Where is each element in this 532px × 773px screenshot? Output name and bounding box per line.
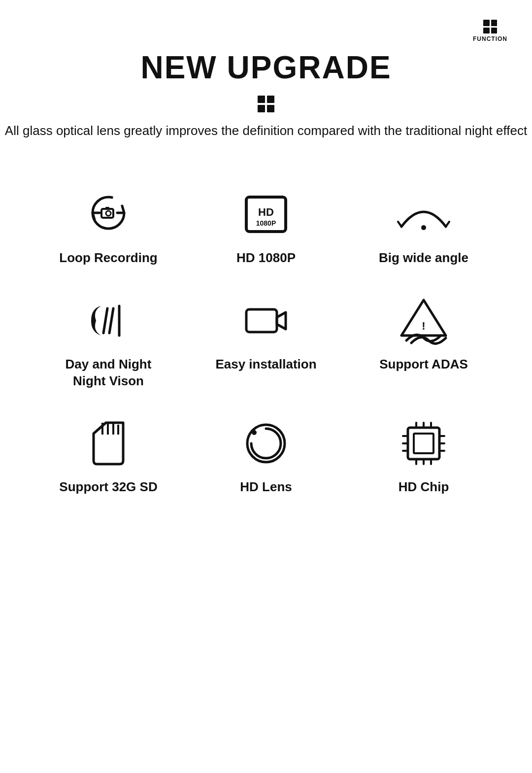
feature-sd-card: Support 32G SD	[30, 399, 187, 505]
feature-hd-lens: HD Lens	[187, 399, 345, 505]
svg-text:1080P: 1080P	[256, 219, 276, 227]
svg-text:HD: HD	[258, 206, 274, 218]
features-grid: Loop Recording HD 1080P HD 1080P Big	[0, 170, 532, 505]
page-title: NEW UPGRADE	[0, 49, 532, 86]
day-night-label: Day and Night Night Vison	[66, 356, 152, 390]
hd-icon: HD 1080P	[239, 190, 293, 239]
svg-point-2	[106, 211, 111, 216]
header-description: All glass optical lens greatly improves …	[0, 121, 532, 140]
svg-point-7	[421, 225, 426, 230]
svg-line-11	[109, 308, 113, 333]
svg-marker-14	[277, 312, 286, 329]
svg-rect-24	[414, 434, 433, 453]
day-night-icon	[81, 296, 135, 345]
wide-angle-icon	[397, 190, 451, 239]
wide-angle-label: Big wide angle	[379, 250, 468, 267]
hd-1080p-label: HD 1080P	[236, 250, 296, 267]
svg-text:!: !	[422, 320, 425, 332]
hd-chip-label: HD Chip	[399, 479, 449, 496]
svg-line-8	[398, 222, 401, 227]
feature-day-night: Day and Night Night Vison	[30, 276, 187, 400]
svg-rect-23	[408, 428, 439, 459]
easy-install-label: Easy installation	[215, 356, 316, 373]
hd-chip-icon	[397, 419, 451, 468]
corner-function-section: FUNCTION	[473, 20, 507, 42]
svg-point-22	[252, 430, 257, 435]
header-grid-icon	[0, 96, 532, 112]
loop-recording-label: Loop Recording	[59, 250, 157, 267]
easy-install-icon	[239, 296, 293, 345]
adas-icon: !	[397, 296, 451, 345]
feature-easy-install: Easy installation	[187, 276, 345, 400]
svg-line-9	[446, 222, 449, 227]
hd-lens-label: HD Lens	[240, 479, 292, 496]
svg-rect-13	[246, 309, 277, 332]
hd-lens-icon	[239, 419, 293, 468]
feature-hd-1080p: HD 1080P HD 1080P	[187, 170, 345, 276]
svg-point-21	[247, 425, 285, 462]
page-header: NEW UPGRADE All glass optical lens great…	[0, 0, 532, 140]
feature-adas: ! Support ADAS	[345, 276, 502, 400]
loop-record-icon	[81, 190, 135, 239]
sd-card-icon	[81, 419, 135, 468]
feature-hd-chip: HD Chip	[345, 399, 502, 505]
adas-label: Support ADAS	[379, 356, 468, 373]
corner-label: FUNCTION	[473, 35, 507, 42]
sd-card-label: Support 32G SD	[59, 479, 157, 496]
grid-icon	[483, 20, 497, 34]
feature-loop-recording: Loop Recording	[30, 170, 187, 276]
svg-rect-3	[105, 207, 109, 209]
feature-wide-angle: Big wide angle	[345, 170, 502, 276]
svg-line-10	[103, 308, 107, 333]
